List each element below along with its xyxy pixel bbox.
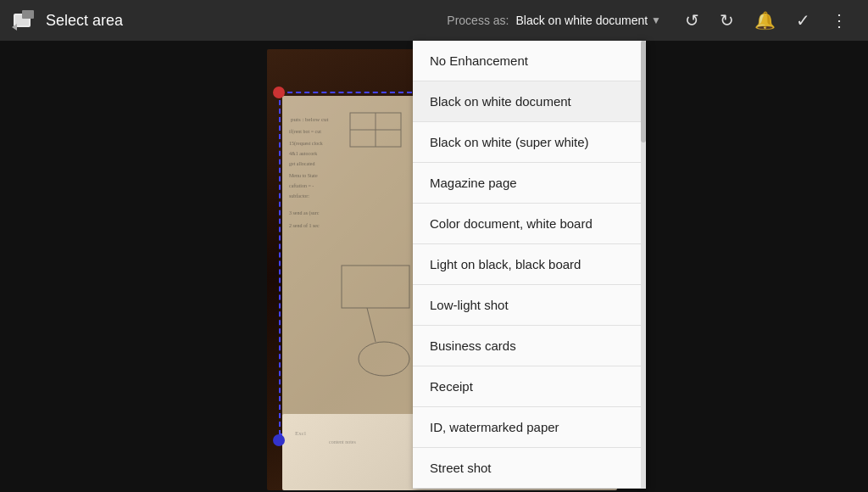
svg-line-18 bbox=[367, 308, 376, 342]
menu-item-9[interactable]: ID, watermarked paper bbox=[413, 407, 646, 448]
check-icon[interactable]: ✓ bbox=[796, 10, 810, 31]
menu-item-1[interactable]: Black on white document bbox=[413, 81, 646, 122]
svg-text:content notes: content notes bbox=[329, 439, 356, 444]
svg-rect-16 bbox=[342, 266, 409, 308]
menu-item-0[interactable]: No Enhancement bbox=[413, 41, 646, 81]
svg-text:2 send of 1 sec: 2 send of 1 sec bbox=[289, 223, 320, 228]
app-icon bbox=[10, 7, 37, 34]
menu-item-6[interactable]: Low-light shot bbox=[413, 285, 646, 326]
bell-icon[interactable]: 🔔 bbox=[754, 10, 776, 31]
dropdown-arrow-icon[interactable]: ▼ bbox=[651, 14, 661, 26]
menu-item-7[interactable]: Business cards bbox=[413, 326, 646, 366]
svg-point-17 bbox=[359, 342, 409, 376]
svg-text:if(rent bot = cut: if(rent bot = cut bbox=[289, 129, 321, 135]
menu-item-2[interactable]: Black on white (super white) bbox=[413, 122, 646, 163]
more-icon[interactable]: ⋮ bbox=[831, 10, 848, 31]
menu-item-5[interactable]: Light on black, black board bbox=[413, 244, 646, 285]
svg-rect-2 bbox=[22, 10, 34, 19]
menu-item-10[interactable]: Street shot bbox=[413, 448, 646, 489]
process-as-dropdown: No EnhancementBlack on white documentBla… bbox=[413, 41, 646, 489]
menu-item-4[interactable]: Color document, white board bbox=[413, 204, 646, 244]
handle-top-left[interactable] bbox=[273, 87, 285, 98]
menu-item-3[interactable]: Magazine page bbox=[413, 163, 646, 204]
svg-text:subfactor:: subfactor: bbox=[289, 193, 309, 198]
svg-text:puts : below cut: puts : below cut bbox=[291, 116, 329, 123]
svg-text:Excl: Excl bbox=[295, 430, 306, 437]
process-as-value[interactable]: Black on white document bbox=[515, 14, 648, 27]
page-title: Select area bbox=[46, 12, 447, 30]
menu-item-8[interactable]: Receipt bbox=[413, 366, 646, 407]
process-as-label: Process as: bbox=[447, 14, 509, 27]
svg-text:caftation = -: caftation = - bbox=[289, 183, 314, 188]
scrollbar-track bbox=[641, 41, 646, 489]
redo-icon[interactable]: ↻ bbox=[720, 10, 734, 31]
svg-text:Menu to State: Menu to State bbox=[289, 173, 318, 178]
svg-text:4&1 autocork: 4&1 autocork bbox=[289, 151, 317, 156]
main-content: puts : below cut if(rent bot = cut 15(re… bbox=[0, 41, 868, 492]
handle-bottom-left[interactable] bbox=[273, 434, 285, 446]
undo-icon[interactable]: ↺ bbox=[685, 10, 699, 31]
topbar: Select area Process as: Black on white d… bbox=[0, 0, 868, 41]
scrollbar-thumb[interactable] bbox=[641, 41, 646, 143]
svg-text:get allocated: get allocated bbox=[289, 161, 314, 166]
svg-text:3 send as (surc: 3 send as (surc bbox=[289, 210, 320, 216]
svg-text:15(request clock: 15(request clock bbox=[289, 141, 323, 147]
